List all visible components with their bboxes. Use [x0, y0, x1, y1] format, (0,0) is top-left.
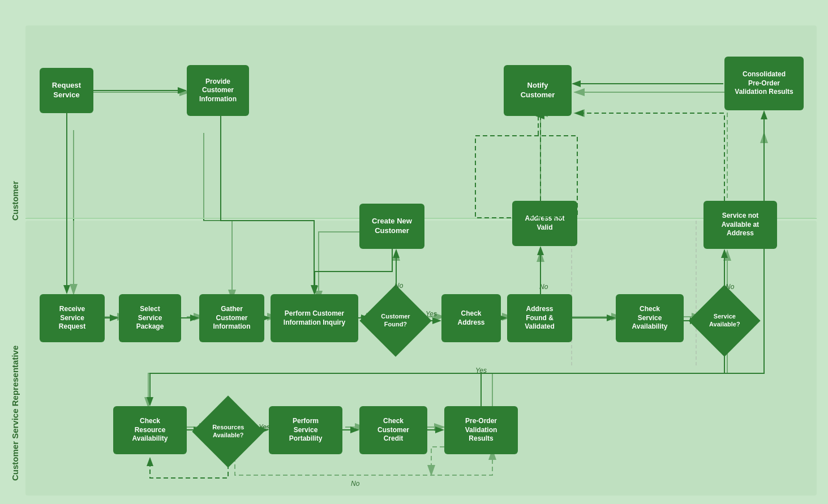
customer-lane-label: Customer [10, 34, 20, 221]
node-pre-order-validation[interactable]: Pre-OrderValidationResults [444, 406, 518, 454]
lane-bg-csr [25, 221, 817, 496]
node-create-new-customer[interactable]: Create NewCustomer [359, 204, 424, 249]
node-check-service-availability[interactable]: CheckServiceAvailability [616, 294, 684, 342]
label-no-service: No [726, 283, 734, 291]
label-no-resources: No [351, 480, 359, 488]
diagram-container: Customer Customer Service Representative… [0, 0, 828, 504]
label-no-customer-found: No [394, 282, 403, 290]
node-service-not-available[interactable]: Service notAvailable atAddress [703, 201, 777, 249]
node-receive-service-request[interactable]: ReceiveServiceRequest [40, 294, 105, 342]
node-check-resource-availability[interactable]: CheckResourceAvailability [113, 406, 187, 454]
node-check-address[interactable]: CheckAddress [441, 294, 501, 342]
label-yes-customer-found: Yes [426, 310, 437, 318]
lane-bg-customer [25, 25, 817, 218]
node-address-found-validated[interactable]: AddressFound &Validated [507, 294, 572, 342]
node-address-not-valid[interactable]: Address notValid [512, 201, 577, 246]
node-gather-customer-info[interactable]: GatherCustomerInformation [199, 294, 264, 342]
node-perform-service-portability[interactable]: PerformServicePortability [269, 406, 342, 454]
node-perform-customer-inquiry[interactable]: Perform CustomerInformation Inquiry [271, 294, 358, 342]
node-check-customer-credit[interactable]: CheckCustomerCredit [359, 406, 427, 454]
node-notify-customer[interactable]: NotifyCustomer [504, 65, 572, 116]
node-consolidated-pre-order[interactable]: ConsolidatedPre-OrderValidation Results [724, 57, 804, 110]
node-provide-customer-info[interactable]: ProvideCustomerInformation [187, 65, 249, 116]
node-request-service[interactable]: RequestService [40, 68, 93, 113]
label-yes-service: Yes [475, 367, 487, 374]
csr-lane-label: Customer Service Representative [10, 238, 20, 481]
label-no-address: No [539, 283, 548, 291]
label-yes-resources: Yes [259, 423, 270, 431]
node-select-service-package[interactable]: SelectServicePackage [119, 294, 181, 342]
